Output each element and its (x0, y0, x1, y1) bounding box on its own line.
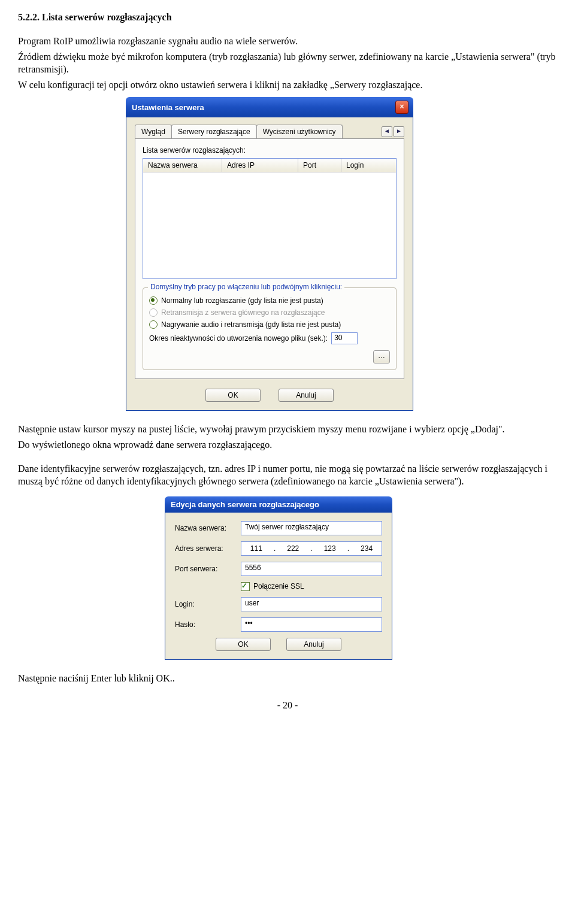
ip-seg-3[interactable]: 123 (322, 544, 338, 553)
server-port-label: Port serwera: (175, 565, 241, 573)
tab-broadcast-servers[interactable]: Serwery rozgłaszające (171, 125, 257, 138)
dialog-titlebar: Ustawienia serwera × (126, 97, 413, 117)
server-name-label: Nazwa serwera: (175, 524, 241, 532)
dialog-title: Edycja danych serwera rozgłaszającego (171, 500, 319, 509)
radio-retransmission-label: Retransmisja z serwera głównego na rozgł… (161, 308, 325, 317)
paragraph-4: Następnie ustaw kursor myszy na pustej l… (18, 423, 557, 436)
list-header: Nazwa serwera Adres IP Port Login (143, 159, 396, 172)
ip-address-input[interactable]: 111. 222. 123. 234 (241, 541, 382, 556)
col-server-name[interactable]: Nazwa serwera (143, 159, 222, 172)
checkbox-checked-icon[interactable] (241, 582, 250, 591)
paragraph-2: Źródłem dźwięku może być mikrofon komput… (18, 50, 557, 76)
ip-seg-1[interactable]: 111 (248, 544, 265, 553)
paragraph-7: Następnie naciśnij Enter lub kliknij OK.… (18, 672, 557, 685)
tab-appearance[interactable]: Wygląd (135, 125, 172, 138)
tab-muted-users[interactable]: Wyciszeni użytkownicy (256, 125, 343, 138)
password-input[interactable]: ••• (241, 617, 382, 632)
col-port[interactable]: Port (298, 159, 341, 172)
tab-strip: Wygląd Serwery rozgłaszające Wyciszeni u… (135, 125, 404, 138)
paragraph-3: W celu konfiguracji tej opcji otwórz okn… (18, 78, 557, 92)
paragraph-6: Dane identyfikacyjne serwerów rozgłaszaj… (18, 462, 557, 488)
ip-seg-2[interactable]: 222 (285, 544, 301, 553)
server-port-input[interactable]: 5556 (241, 562, 382, 576)
radio-unselected-icon (149, 320, 158, 329)
settings-dialog: Ustawienia serwera × Wygląd Serwery rozg… (126, 97, 413, 411)
group-title: Domyślny tryb pracy po włączeniu lub pod… (148, 283, 344, 291)
default-mode-group: Domyślny tryb pracy po włączeniu lub pod… (143, 287, 397, 370)
cancel-button[interactable]: Anuluj (286, 638, 341, 651)
ip-seg-4[interactable]: 234 (358, 544, 375, 553)
server-name-input[interactable]: Twój serwer rozgłaszający (241, 521, 382, 535)
radio-selected-icon (149, 296, 158, 305)
paragraph-1: Program RoIP umożliwia rozgłaszanie sygn… (18, 35, 557, 48)
col-login[interactable]: Login (341, 159, 396, 172)
list-label: Lista serwerów rozgłaszających: (143, 146, 397, 154)
tab-scroll-right-icon[interactable]: ► (394, 126, 404, 137)
ssl-checkbox-row[interactable]: Połączenie SSL (241, 582, 382, 591)
inactivity-input[interactable]: 30 (331, 332, 358, 344)
radio-recording-label: Nagrywanie audio i retransmisja (gdy lis… (161, 320, 341, 329)
ok-button[interactable]: OK (216, 638, 271, 651)
edit-server-dialog: Edycja danych serwera rozgłaszającego Na… (165, 496, 392, 660)
password-label: Hasło: (175, 620, 241, 629)
page-number: - 20 - (18, 700, 557, 711)
radio-retransmission: Retransmisja z serwera głównego na rozgł… (149, 308, 390, 317)
ok-button[interactable]: OK (205, 389, 261, 402)
radio-recording[interactable]: Nagrywanie audio i retransmisja (gdy lis… (149, 320, 390, 329)
tab-scroll-left-icon[interactable]: ◄ (382, 126, 392, 137)
browse-button[interactable]: … (373, 350, 390, 363)
radio-unselected-icon (149, 308, 158, 317)
login-input[interactable]: user (241, 597, 382, 611)
col-ip[interactable]: Adres IP (222, 159, 298, 172)
radio-normal-label: Normalny lub rozgłaszanie (gdy lista nie… (161, 296, 323, 305)
section-heading: 5.2.2. Lista serwerów rozgłaszających (18, 12, 557, 23)
paragraph-5: Do wyświetlonego okna wprowadź dane serw… (18, 438, 557, 452)
inactivity-label: Okres nieaktywności do utworzenia nowego… (149, 334, 328, 343)
radio-normal[interactable]: Normalny lub rozgłaszanie (gdy lista nie… (149, 296, 390, 305)
dialog-title: Ustawienia serwera (132, 103, 204, 112)
tab-panel: Lista serwerów rozgłaszających: Nazwa se… (135, 138, 404, 379)
cancel-button[interactable]: Anuluj (279, 389, 334, 402)
dialog-titlebar: Edycja danych serwera rozgłaszającego (165, 496, 392, 513)
login-label: Login: (175, 600, 241, 608)
server-address-label: Adres serwera: (175, 544, 241, 553)
close-icon[interactable]: × (395, 101, 408, 114)
server-listbox[interactable]: Nazwa serwera Adres IP Port Login (143, 158, 397, 279)
ssl-label: Połączenie SSL (253, 582, 304, 590)
